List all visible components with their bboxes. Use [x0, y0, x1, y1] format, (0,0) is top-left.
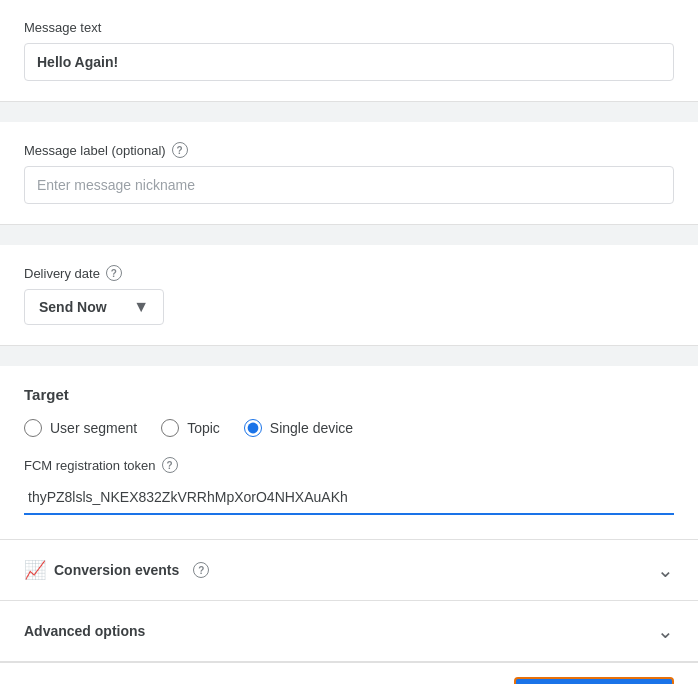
fcm-token-help-icon[interactable]: ? [162, 457, 178, 473]
delivery-date-chevron-icon: ▼ [133, 298, 149, 316]
advanced-options-section[interactable]: Advanced options ⌄ [0, 601, 698, 662]
single-device-label: Single device [270, 420, 353, 436]
target-title: Target [24, 386, 674, 403]
footer-bar: SAVE AS DRAFT SEND MESSAGE [0, 662, 698, 684]
advanced-options-chevron-icon: ⌄ [657, 619, 674, 643]
topic-radio[interactable] [161, 419, 179, 437]
advanced-options-title: Advanced options [24, 623, 657, 639]
trend-icon: 📈 [24, 559, 46, 581]
page-container: Message text Message label (optional) ? … [0, 0, 698, 684]
delivery-date-dropdown-wrapper: Send Now ▼ [24, 289, 164, 325]
delivery-date-dropdown[interactable]: Send Now ▼ [24, 289, 164, 325]
message-label-help-icon[interactable]: ? [172, 142, 188, 158]
fcm-token-label: FCM registration token ? [24, 457, 674, 473]
user-segment-label: User segment [50, 420, 137, 436]
target-radio-group: User segment Topic Single device [24, 419, 674, 437]
single-device-radio[interactable] [244, 419, 262, 437]
user-segment-radio[interactable] [24, 419, 42, 437]
target-section: Target User segment Topic Single device … [0, 366, 698, 540]
single-device-option[interactable]: Single device [244, 419, 353, 437]
delivery-date-label: Delivery date ? [24, 265, 674, 281]
topic-label: Topic [187, 420, 220, 436]
fcm-token-input[interactable] [24, 481, 674, 515]
message-label-input[interactable] [24, 166, 674, 204]
conversion-events-help-icon[interactable]: ? [193, 562, 209, 578]
delivery-date-section: Delivery date ? Send Now ▼ [0, 245, 698, 346]
fcm-token-field: FCM registration token ? [24, 457, 674, 515]
topic-option[interactable]: Topic [161, 419, 220, 437]
conversion-events-chevron-icon: ⌄ [657, 558, 674, 582]
conversion-events-title: 📈 Conversion events ? [24, 559, 657, 581]
message-label-label: Message label (optional) ? [24, 142, 674, 158]
message-text-label: Message text [24, 20, 674, 35]
message-label-section: Message label (optional) ? [0, 122, 698, 225]
message-text-section: Message text [0, 0, 698, 102]
send-message-button[interactable]: SEND MESSAGE [514, 677, 674, 684]
conversion-events-section[interactable]: 📈 Conversion events ? ⌄ [0, 540, 698, 601]
user-segment-option[interactable]: User segment [24, 419, 137, 437]
message-text-input[interactable] [24, 43, 674, 81]
delivery-date-value: Send Now [39, 299, 107, 315]
delivery-date-help-icon[interactable]: ? [106, 265, 122, 281]
